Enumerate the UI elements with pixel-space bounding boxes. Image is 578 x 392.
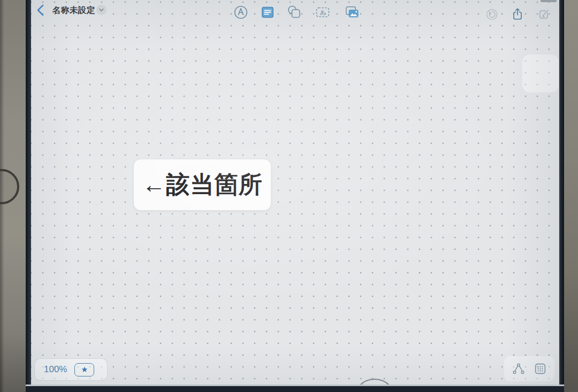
connector-button[interactable] xyxy=(512,362,526,376)
freeform-canvas[interactable]: 名称未設定 xyxy=(31,0,559,386)
photo-of-ipad: 名称未設定 xyxy=(0,0,578,392)
note-text: ←該当箇所 xyxy=(142,169,263,201)
text-tool-glyph: あ xyxy=(320,9,325,16)
undo-button[interactable] xyxy=(485,8,498,21)
pencil-circle-icon xyxy=(233,5,248,20)
document-title[interactable]: 名称未設定 xyxy=(52,5,95,16)
zoom-controls: 100% xyxy=(34,358,108,381)
media-tool-button[interactable] xyxy=(344,4,360,20)
zoom-level-button[interactable]: 100% xyxy=(44,364,67,375)
undo-icon xyxy=(485,8,498,21)
chevron-down-icon xyxy=(98,6,105,13)
draw-tool-button[interactable] xyxy=(233,4,249,20)
sticky-note-icon xyxy=(260,5,275,20)
share-icon xyxy=(511,6,524,21)
grid-icon xyxy=(534,362,547,375)
connector-nodes-icon xyxy=(512,362,526,376)
compose-icon xyxy=(537,7,551,21)
canvas-text-note[interactable]: ←該当箇所 xyxy=(134,159,271,210)
share-button[interactable] xyxy=(511,6,524,21)
back-button[interactable] xyxy=(34,3,48,17)
background-wall-right xyxy=(564,0,578,392)
ipad-bezel-bottom xyxy=(26,385,564,392)
grid-toggle-button[interactable] xyxy=(534,362,547,375)
ipad-bezel-left xyxy=(26,0,31,392)
sticky-note-tool-button[interactable] xyxy=(260,4,276,20)
photo-icon xyxy=(344,5,360,20)
compose-button[interactable] xyxy=(537,7,551,21)
favorite-button[interactable] xyxy=(74,363,94,376)
background-wall-left xyxy=(0,0,27,392)
chevron-left-icon xyxy=(34,3,48,17)
ipad-bezel-right xyxy=(559,0,564,392)
screen-glare xyxy=(522,55,559,93)
text-box-icon: あ xyxy=(315,5,331,20)
star-icon xyxy=(81,366,88,373)
shapes-tool-button[interactable] xyxy=(286,4,302,20)
canvas-view-controls xyxy=(504,356,554,381)
cropped-status-icon xyxy=(541,0,557,2)
shapes-icon xyxy=(286,4,302,20)
title-menu-button[interactable] xyxy=(96,5,107,15)
text-tool-button[interactable]: あ xyxy=(315,4,331,20)
wall-hole xyxy=(0,169,19,204)
